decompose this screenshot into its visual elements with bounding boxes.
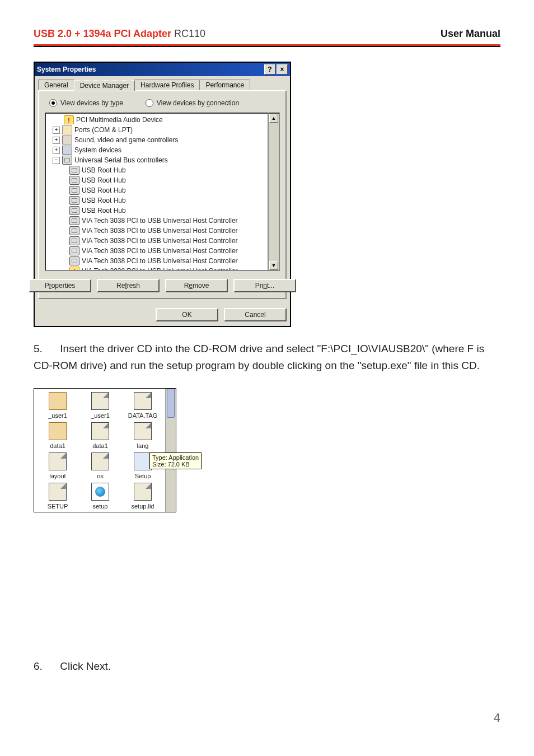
usb-icon [69, 196, 79, 205]
tree-node: −Universal Serial Bus controllers [46, 155, 268, 165]
file-item[interactable]: setup.lid [123, 483, 163, 510]
step-6-number: 6. [34, 658, 57, 675]
file-icon [91, 422, 109, 440]
file-item[interactable]: data1 [38, 422, 78, 449]
explorer-window: _user1 _user1 DATA.TAG data1 data1 lang … [34, 388, 176, 512]
page-header: USB 2.0 + 1394a PCI Adapter RC110 User M… [0, 0, 534, 47]
file-icon [91, 452, 109, 470]
tree-child: USB Root Hub [46, 206, 268, 216]
expand-icon[interactable]: + [53, 127, 60, 134]
globe-icon [91, 483, 109, 501]
explorer-scrollbar[interactable] [165, 389, 176, 512]
warning-icon [64, 115, 74, 124]
file-icon [134, 392, 152, 410]
file-item[interactable]: SETUP [38, 483, 78, 510]
radio-view-by-type[interactable]: View devices by type [49, 99, 123, 107]
tree-node: PCI Multimedia Audio Device [46, 115, 268, 125]
file-icon [91, 392, 109, 410]
file-item[interactable]: setup [80, 483, 120, 510]
manual-label: User Manual [441, 28, 500, 40]
remove-button[interactable]: Remove [165, 279, 228, 292]
tree-child: VIA Tech 3038 PCI to USB Universal Host … [46, 226, 268, 236]
tree-node: +Sound, video and game controllers [46, 135, 268, 145]
page-number: 4 [0, 711, 534, 748]
step-5-text: Insert the driver CD into the CD-ROM dri… [34, 343, 484, 371]
ok-button[interactable]: OK [156, 308, 218, 321]
usb-icon [69, 216, 79, 225]
usb-icon [69, 256, 79, 265]
tab-device-manager[interactable]: Device Manager [74, 80, 135, 91]
tree-child: USB Root Hub [46, 195, 268, 206]
sound-icon [62, 136, 72, 144]
ini-file-icon [49, 483, 67, 501]
usb-controller-icon [62, 156, 72, 165]
tree-child: USB Root Hub [46, 185, 268, 195]
step-5: 5. Insert the driver CD into the CD-ROM … [34, 340, 500, 375]
file-icon [134, 422, 152, 440]
cab-file-icon [49, 422, 67, 440]
device-tree[interactable]: PCI Multimedia Audio Device +Ports (COM … [45, 113, 269, 271]
tree-node: +System devices [46, 145, 268, 155]
usb-icon [69, 186, 79, 195]
product-name: USB 2.0 + 1394a PCI Adapter [34, 28, 171, 39]
tree-scrollbar[interactable]: ▲ ▼ [269, 113, 280, 271]
expand-icon[interactable]: + [53, 147, 60, 154]
tree-child: VIA Tech 3038 PCI to USB Universal Host … [46, 236, 268, 246]
dialog-title: System Properties [37, 66, 96, 73]
collapse-icon[interactable]: − [53, 157, 60, 164]
tree-child: VIA Tech 3038 PCI to USB Universal Host … [46, 266, 268, 271]
scroll-thumb[interactable] [167, 389, 175, 418]
file-item[interactable]: _user1 [80, 392, 120, 419]
radio-dot-icon [146, 99, 153, 107]
file-item[interactable]: layout [38, 452, 78, 479]
title-bar: System Properties ? × [35, 63, 290, 76]
step-6-text: Click Next. [60, 660, 111, 672]
tab-performance[interactable]: Performance [199, 80, 250, 90]
usb-icon [69, 236, 79, 245]
file-item[interactable]: os [80, 452, 120, 479]
file-item[interactable]: lang [123, 422, 163, 449]
system-properties-dialog: System Properties ? × General Device Man… [34, 62, 291, 327]
file-item[interactable]: DATA.TAG [123, 392, 163, 419]
tooltip: Type: Application Size: 72.0 KB [149, 452, 202, 469]
scroll-down-icon[interactable]: ▼ [269, 261, 278, 270]
cancel-button[interactable]: Cancel [224, 308, 287, 321]
file-icon [134, 483, 152, 501]
system-icon [62, 146, 72, 155]
radio-view-by-connection[interactable]: View devices by connection [146, 99, 239, 107]
tree-node: +Ports (COM & LPT) [46, 125, 268, 135]
tree-child: VIA Tech 3038 PCI to USB Universal Host … [46, 256, 268, 266]
properties-button[interactable]: Properties [29, 279, 91, 292]
scroll-up-icon[interactable]: ▲ [269, 114, 278, 123]
radio-dot-icon [49, 99, 57, 107]
refresh-button[interactable]: Refresh [97, 279, 160, 292]
tree-child: VIA Tech 3038 PCI to USB Universal Host … [46, 216, 268, 226]
usb-icon [69, 226, 79, 235]
file-icon [49, 452, 67, 470]
help-button[interactable]: ? [264, 64, 275, 74]
usb-icon [69, 246, 79, 255]
file-item[interactable]: data1 [80, 422, 120, 449]
print-button[interactable]: Print... [233, 279, 296, 292]
product-title: USB 2.0 + 1394a PCI Adapter RC110 [34, 28, 205, 40]
step-5-number: 5. [34, 340, 57, 357]
tab-strip: General Device Manager Hardware Profiles… [35, 76, 290, 90]
close-button[interactable]: × [277, 64, 288, 74]
warning-icon [69, 267, 79, 271]
tree-child: VIA Tech 3038 PCI to USB Universal Host … [46, 246, 268, 256]
tree-child: USB Root Hub [46, 175, 268, 185]
expand-icon[interactable]: + [53, 137, 60, 144]
tab-general[interactable]: General [38, 80, 74, 90]
tab-body: View devices by type View devices by con… [38, 90, 287, 299]
file-item[interactable]: _user1 [38, 392, 78, 419]
file-item[interactable]: Setup Type: Application Size: 72.0 KB [123, 452, 163, 479]
cab-file-icon [49, 392, 67, 410]
step-6: 6. Click Next. [34, 658, 500, 675]
usb-icon [69, 206, 79, 215]
usb-icon [69, 166, 79, 175]
product-model: RC110 [174, 28, 205, 39]
tab-hardware-profiles[interactable]: Hardware Profiles [134, 80, 200, 90]
usb-icon [69, 176, 79, 185]
ports-icon [62, 125, 72, 134]
tree-child: USB Root Hub [46, 165, 268, 175]
